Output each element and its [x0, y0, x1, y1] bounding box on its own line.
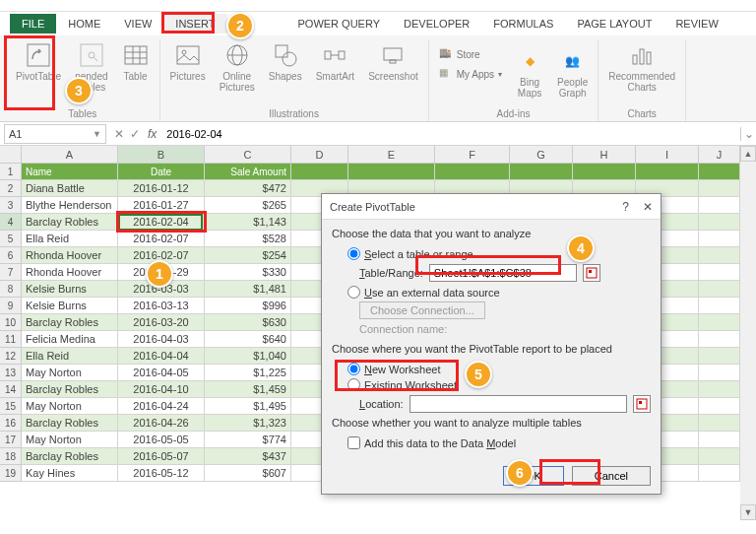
cell[interactable]: $265 [205, 197, 291, 214]
cell[interactable]: Kelsie Burns [22, 281, 118, 298]
smartart-button[interactable]: SmartArt [312, 39, 358, 84]
cell[interactable]: $630 [205, 314, 291, 331]
col-header[interactable]: I [636, 146, 699, 164]
tab-view[interactable]: VIEW [112, 14, 163, 33]
shapes-button[interactable]: Shapes [265, 39, 306, 84]
col-header[interactable]: D [291, 146, 348, 164]
close-icon[interactable]: ✕ [643, 200, 653, 214]
cell[interactable]: $254 [205, 247, 291, 264]
cell[interactable]: $996 [205, 298, 291, 314]
cell[interactable]: $1,040 [205, 348, 291, 365]
row-header[interactable]: 4 [0, 214, 22, 231]
cell[interactable]: 2016-01-27 [118, 197, 205, 214]
location-input[interactable] [410, 395, 627, 413]
cell[interactable]: $1,323 [205, 415, 291, 432]
range-picker-icon[interactable] [583, 264, 600, 282]
location-picker-icon[interactable] [633, 395, 651, 413]
chevron-down-icon[interactable]: ▼ [93, 129, 101, 139]
col-header[interactable]: H [573, 146, 636, 164]
col-header[interactable]: C [205, 146, 291, 164]
recommended-charts-button[interactable]: Recommended Charts [604, 39, 679, 95]
cell[interactable]: 2016-04-04 [118, 348, 205, 365]
cell[interactable]: 2016-01-12 [118, 180, 205, 197]
cell[interactable]: Barclay Robles [22, 448, 118, 465]
row-header[interactable]: 8 [0, 281, 22, 298]
myapps-button[interactable]: ▦My Apps▾ [435, 65, 506, 83]
row-header[interactable]: 11 [0, 331, 22, 348]
cell[interactable]: 2016-05-12 [118, 465, 205, 482]
cell[interactable]: Rhonda Hoover [22, 247, 118, 264]
cell[interactable]: $1,143 [205, 214, 291, 231]
formula-input[interactable] [162, 124, 740, 144]
cancel-formula-icon[interactable]: ✕ [114, 127, 124, 141]
cell[interactable]: Barclay Robles [22, 381, 118, 398]
cell[interactable]: $1,459 [205, 381, 291, 398]
table-range-input[interactable] [429, 264, 577, 282]
store-button[interactable]: 🏬Store [435, 45, 506, 63]
table-button[interactable]: Table [118, 39, 154, 84]
cell[interactable]: 2016-03-13 [118, 298, 205, 314]
bing-button[interactable]: ◆Bing Maps [512, 45, 547, 100]
row-header[interactable]: 9 [0, 298, 22, 314]
existing-worksheet-radio[interactable]: Existing Worksheet [347, 378, 651, 391]
screenshot-button[interactable]: Screenshot [364, 39, 422, 84]
row-header[interactable]: 12 [0, 348, 22, 365]
cell[interactable]: $640 [205, 331, 291, 348]
tab-powerquery[interactable]: POWER QUERY [286, 14, 393, 33]
people-graph-button[interactable]: 👥People Graph [553, 45, 592, 100]
cell[interactable]: 2016-04-05 [118, 365, 205, 381]
select-table-radio[interactable]: Select a table or range [347, 247, 651, 260]
cell[interactable]: $437 [205, 448, 291, 465]
name-box[interactable]: A1 ▼ [4, 124, 106, 144]
cell[interactable]: $607 [205, 465, 291, 482]
cell[interactable]: Blythe Henderson [22, 197, 118, 214]
row-header[interactable]: 19 [0, 465, 22, 482]
cell[interactable]: Ella Reid [22, 231, 118, 247]
row-header[interactable]: 3 [0, 197, 22, 214]
tab-file[interactable]: FILE [10, 14, 56, 33]
cell[interactable]: 2016-03-20 [118, 314, 205, 331]
select-all-corner[interactable] [0, 146, 22, 164]
cell[interactable]: $1,495 [205, 398, 291, 415]
col-header[interactable]: J [699, 146, 740, 164]
cell[interactable]: 2016-04-26 [118, 415, 205, 432]
row-header[interactable]: 1 [0, 164, 22, 180]
cell[interactable]: 2016-04-24 [118, 398, 205, 415]
tab-pagelayout[interactable]: PAGE LAYOUT [565, 14, 663, 33]
header-cell[interactable]: Date [118, 164, 205, 180]
cell[interactable]: Kay Hines [22, 465, 118, 482]
tab-review[interactable]: REVIEW [663, 14, 729, 33]
cell[interactable]: Rhonda Hoover [22, 264, 118, 281]
cell[interactable]: Barclay Robles [22, 314, 118, 331]
header-cell[interactable]: Sale Amount [205, 164, 291, 180]
expand-formula-icon[interactable]: ⌄ [740, 127, 756, 141]
cell[interactable]: $528 [205, 231, 291, 247]
cell[interactable]: May Norton [22, 398, 118, 415]
row-header[interactable]: 7 [0, 264, 22, 281]
cell[interactable]: $774 [205, 432, 291, 448]
cell[interactable]: $472 [205, 180, 291, 197]
data-model-checkbox[interactable]: Add this data to the Data Model [347, 436, 651, 449]
row-header[interactable]: 13 [0, 365, 22, 381]
cell[interactable]: May Norton [22, 365, 118, 381]
row-header[interactable]: 16 [0, 415, 22, 432]
row-header[interactable]: 18 [0, 448, 22, 465]
tab-home[interactable]: HOME [56, 14, 112, 33]
cell[interactable]: $1,481 [205, 281, 291, 298]
row-header[interactable]: 17 [0, 432, 22, 448]
cell[interactable]: Diana Battle [22, 180, 118, 197]
col-header[interactable]: F [435, 146, 510, 164]
scroll-up-button[interactable]: ▲ [740, 146, 756, 162]
col-header[interactable]: B [118, 146, 205, 164]
accept-formula-icon[interactable]: ✓ [130, 127, 140, 141]
cell[interactable]: 2016-02-07 [118, 231, 205, 247]
tab-formulas[interactable]: FORMULAS [481, 14, 565, 33]
pivottable-button[interactable]: PivotTable [12, 39, 65, 84]
cancel-button[interactable]: Cancel [572, 466, 651, 486]
external-source-radio[interactable]: Use an external data source [347, 286, 651, 299]
row-header[interactable]: 5 [0, 231, 22, 247]
row-header[interactable]: 15 [0, 398, 22, 415]
col-header[interactable]: G [510, 146, 573, 164]
cell[interactable]: $330 [205, 264, 291, 281]
cell[interactable]: May Norton [22, 432, 118, 448]
